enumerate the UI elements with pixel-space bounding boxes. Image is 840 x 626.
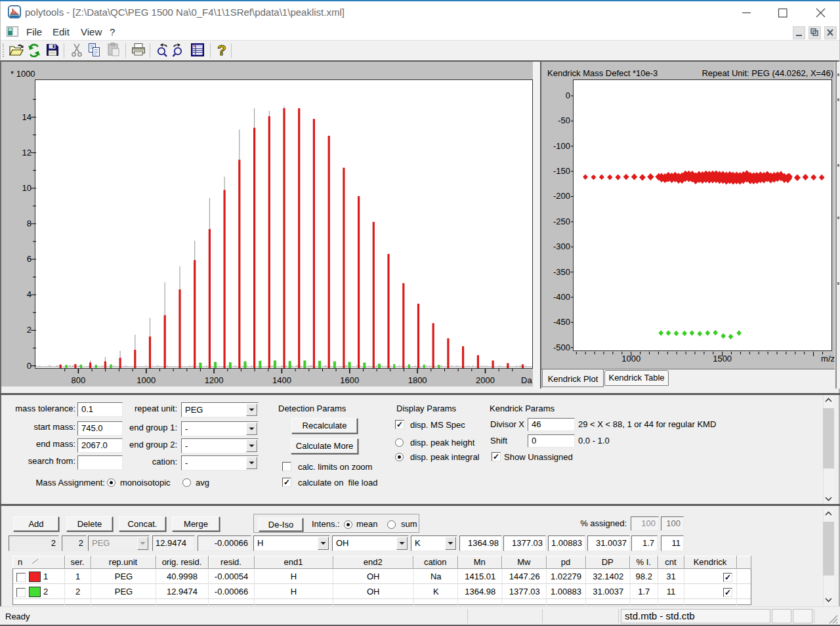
svg-text:?: ? [217,43,226,58]
